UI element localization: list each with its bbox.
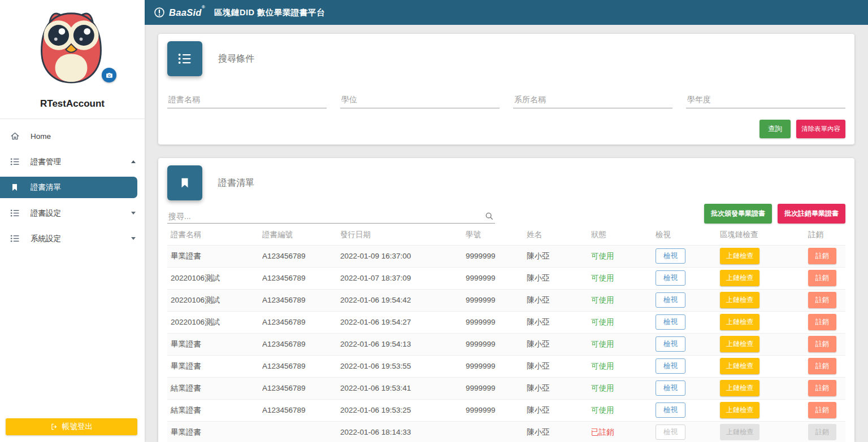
view-button[interactable]: 檢視 — [656, 270, 685, 286]
home-icon — [9, 131, 20, 142]
cell-student-id — [462, 421, 523, 442]
cell-certificate-number: A123456789 — [259, 377, 337, 399]
revoke-button[interactable]: 註銷 — [808, 358, 836, 374]
chevron-down-icon — [131, 237, 136, 240]
academic-year-field[interactable] — [686, 91, 845, 108]
view-button-cell: 檢視 — [652, 245, 717, 267]
table-row: 結業證書A1234567892022-01-06 19:53:419999999… — [167, 377, 845, 399]
logout-button[interactable]: 帳號登出 — [6, 418, 137, 435]
chain-check-button-cell: 上鏈檢查 — [717, 421, 805, 442]
cell-certificate-name: 結業證書 — [167, 399, 259, 421]
cell-issue-date: 2022-01-06 19:53:55 — [337, 355, 462, 377]
cell-certificate-name: 20220106測試 — [167, 289, 259, 311]
list-panel-tile — [167, 165, 202, 200]
sidebar-item-system-settings[interactable]: 系統設定 — [0, 226, 145, 251]
cell-status: 可使用 — [588, 377, 652, 399]
revoke-button[interactable]: 註銷 — [808, 380, 836, 396]
view-button[interactable]: 檢視 — [656, 336, 685, 352]
revoke-button[interactable]: 註銷 — [808, 270, 836, 286]
query-button[interactable]: 查詢 — [760, 120, 791, 138]
cell-certificate-name: 畢業證書 — [167, 333, 259, 355]
table-row: 畢業證書A1234567892022-01-06 19:53:559999999… — [167, 355, 845, 377]
sidebar-item-home[interactable]: Home — [0, 124, 145, 149]
revoke-button[interactable]: 註銷 — [808, 292, 836, 308]
view-button[interactable]: 檢視 — [656, 248, 685, 264]
sidebar: RTestAccount Home 證書管理 — [0, 0, 145, 442]
certificate-name-field[interactable] — [167, 91, 327, 108]
column-header: 證書名稱 — [167, 225, 259, 245]
page-title: 區塊鏈DID 數位畢業證書平台 — [214, 7, 325, 18]
brand: BaaSid® — [154, 7, 205, 18]
change-avatar-button[interactable] — [102, 68, 116, 82]
chain-check-button[interactable]: 上鏈檢查 — [720, 292, 760, 308]
view-button[interactable]: 檢視 — [656, 292, 685, 308]
cell-issue-date: 2022-01-09 16:37:00 — [337, 245, 462, 267]
sidebar-item-certificate-management[interactable]: 證書管理 — [0, 149, 145, 174]
search-criteria-panel: 搜尋條件 查詢 清除表單內容 — [158, 34, 854, 145]
sidebar-item-certificate-settings[interactable]: 證書設定 — [0, 200, 145, 226]
chain-check-button[interactable]: 上鏈檢查 — [720, 402, 760, 418]
cell-student-name: 陳小亞 — [523, 377, 588, 399]
main-area: BaaSid® 區塊鏈DID 數位畢業證書平台 — [145, 0, 868, 442]
view-button-cell: 檢視 — [652, 289, 717, 311]
chain-check-button[interactable]: 上鏈檢查 — [720, 314, 760, 330]
clear-form-button[interactable]: 清除表單內容 — [796, 120, 845, 138]
column-header: 狀態 — [588, 225, 652, 245]
chain-check-button-cell: 上鏈檢查 — [717, 289, 805, 311]
cell-student-name: 陳小亞 — [523, 311, 588, 333]
column-header: 區塊鏈檢查 — [717, 225, 805, 245]
cell-issue-date: 2022-01-06 18:14:33 — [337, 421, 462, 442]
cell-certificate-name: 20220106測試 — [167, 267, 259, 289]
sidebar-item-label: 系統設定 — [31, 234, 61, 244]
sidebar-item-label: 證書清單 — [31, 182, 61, 192]
revoke-button[interactable]: 註銷 — [808, 336, 836, 352]
cell-student-id: 9999999 — [462, 333, 523, 355]
cell-student-name: 陳小亞 — [523, 421, 588, 442]
cell-certificate-number — [259, 421, 337, 442]
revoke-button[interactable]: 註銷 — [808, 314, 836, 330]
cell-certificate-number: A123456789 — [259, 267, 337, 289]
view-button[interactable]: 檢視 — [656, 314, 685, 330]
chain-check-button[interactable]: 上鏈檢查 — [720, 248, 760, 264]
column-header: 發行日期 — [337, 225, 462, 245]
revoke-button[interactable]: 註銷 — [808, 402, 836, 418]
revoke-button[interactable]: 註銷 — [808, 248, 836, 264]
cell-certificate-number: A123456789 — [259, 311, 337, 333]
table-row: 結業證書A1234567892022-01-06 19:53:259999999… — [167, 399, 845, 421]
view-button[interactable]: 檢視 — [656, 402, 685, 418]
cell-student-id: 9999999 — [462, 355, 523, 377]
revoke-button-cell: 註銷 — [805, 355, 845, 377]
list-icon — [9, 156, 20, 168]
cell-student-id: 9999999 — [462, 377, 523, 399]
chain-check-button[interactable]: 上鏈檢查 — [720, 380, 760, 396]
certificate-table-body: 畢業證書A1234567892022-01-09 16:37:009999999… — [167, 245, 845, 442]
logout-label: 帳號登出 — [62, 422, 93, 432]
revoke-button-cell: 註銷 — [805, 289, 845, 311]
degree-field[interactable] — [340, 91, 500, 108]
cell-status: 可使用 — [588, 245, 652, 267]
owl-mascot-image — [33, 5, 110, 87]
cell-student-id: 9999999 — [462, 245, 523, 267]
list-panel-header: 證書清單 — [167, 165, 845, 200]
bookmark-icon — [9, 182, 20, 193]
batch-issue-button[interactable]: 批次頒發畢業證書 — [704, 204, 772, 224]
view-button[interactable]: 檢視 — [656, 358, 685, 374]
cell-certificate-number: A123456789 — [259, 289, 337, 311]
revoke-button-cell: 註銷 — [805, 333, 845, 355]
content: 搜尋條件 查詢 清除表單內容 — [145, 25, 868, 442]
cell-student-id: 9999999 — [462, 399, 523, 421]
chain-check-button[interactable]: 上鏈檢查 — [720, 358, 760, 374]
batch-revoke-button[interactable]: 批次註銷畢業證書 — [778, 204, 845, 224]
view-button[interactable]: 檢視 — [656, 380, 685, 396]
table-search-input[interactable] — [168, 212, 485, 221]
sidebar-item-certificate-list[interactable]: 證書清單 — [0, 177, 137, 198]
department-field[interactable] — [513, 91, 672, 108]
brand-name: BaaSid® — [169, 7, 205, 18]
view-button-cell: 檢視 — [652, 377, 717, 399]
cell-student-id: 9999999 — [462, 267, 523, 289]
cell-student-name: 陳小亞 — [523, 355, 588, 377]
chain-check-button[interactable]: 上鏈檢查 — [720, 336, 760, 352]
chain-check-button[interactable]: 上鏈檢查 — [720, 270, 760, 286]
cell-certificate-name: 結業證書 — [167, 377, 259, 399]
cell-student-name: 陳小亞 — [523, 267, 588, 289]
